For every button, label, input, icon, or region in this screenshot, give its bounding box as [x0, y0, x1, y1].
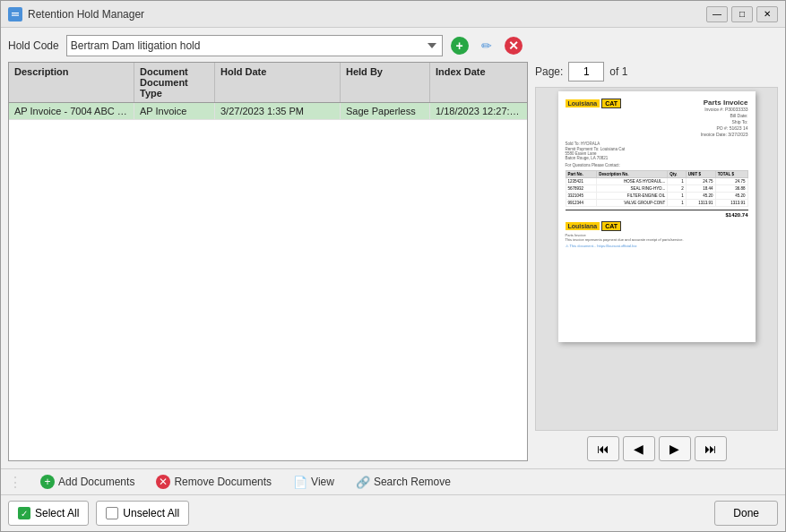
- close-button[interactable]: ✕: [756, 6, 778, 22]
- page-nav-top: Page: of 1: [535, 62, 778, 82]
- invoice-link: ⚠ This document... https://louiscat.offi…: [566, 244, 748, 248]
- page-label: Page:: [535, 65, 563, 78]
- toolbar-handle: ⋮: [8, 474, 22, 491]
- invoice-page: Louisiana CAT Parts Invoice Invoice #: P…: [558, 91, 756, 342]
- minimize-button[interactable]: —: [706, 6, 728, 22]
- logo-louisiana: Louisiana: [566, 99, 600, 107]
- col-header-description: Description: [9, 63, 134, 102]
- retention-hold-manager-window: Retention Hold Manager — □ ✕ Hold Code B…: [0, 0, 786, 532]
- next-page-icon: ▶: [669, 442, 679, 456]
- done-label: Done: [733, 507, 759, 519]
- invoice-footer-text: Parts Invoice This invoice represents pa…: [566, 233, 748, 242]
- table-header: Description DocumentDocument Type Hold D…: [9, 63, 527, 103]
- louisiana-cat-logo: Louisiana CAT: [566, 99, 622, 108]
- svg-rect-2: [12, 14, 19, 15]
- remove-documents-button[interactable]: ✕ Remove Documents: [152, 473, 275, 491]
- first-page-button[interactable]: ⏮: [587, 436, 619, 461]
- add-icon: +: [451, 37, 469, 55]
- cell-hold-date: 3/27/2023 1:35 PM: [215, 103, 341, 119]
- invoice-row: 9912344 VALVE GROUP-CONT 1 1313.91 1313.…: [566, 200, 747, 207]
- invoice-row: 1235421 HOSE AS HYDRAUL... 1 24.75 24.75: [566, 178, 747, 185]
- hold-code-label: Hold Code: [8, 39, 59, 52]
- col-header-document-type: DocumentDocument Type: [134, 63, 215, 102]
- panels: Description DocumentDocument Type Hold D…: [8, 62, 778, 461]
- prev-page-icon: ◀: [634, 442, 643, 456]
- invoice-total: $1420.74: [566, 210, 748, 218]
- footer: ✓ Select All Unselect All Done: [1, 494, 785, 531]
- logo-cat: CAT: [601, 99, 621, 108]
- search-remove-label: Search Remove: [374, 476, 451, 488]
- next-page-button[interactable]: ▶: [659, 436, 691, 461]
- unselect-all-label: Unselect All: [123, 507, 179, 519]
- select-all-button[interactable]: ✓ Select All: [8, 501, 89, 526]
- window-title: Retention Hold Manager: [28, 8, 706, 21]
- add-documents-button[interactable]: + Add Documents: [37, 473, 138, 491]
- invoice-table: Part No. Description No. Qty. UNIT $ TOT…: [566, 170, 748, 207]
- invoice-row: 5678932 SEAL RING-HYD... 2 18.44 36.88: [566, 185, 747, 193]
- delete-hold-button[interactable]: ✕: [504, 36, 523, 56]
- title-bar-controls: — □ ✕: [706, 6, 778, 22]
- invoice-row: 3321045 FILTER-ENGINE OIL 1 45.20 45.20: [566, 193, 747, 200]
- add-documents-icon: +: [40, 475, 55, 489]
- footer-logo-cat: CAT: [601, 221, 621, 231]
- last-page-icon: ⏭: [704, 442, 717, 456]
- select-all-label: Select All: [35, 507, 79, 519]
- th-qty: Qty.: [668, 171, 687, 178]
- last-page-button[interactable]: ⏭: [695, 436, 727, 461]
- col-header-index-date: Index Date: [430, 63, 527, 102]
- unselect-all-button[interactable]: Unselect All: [96, 501, 189, 526]
- select-all-checkbox: ✓: [18, 507, 30, 519]
- view-label: View: [311, 476, 334, 488]
- add-hold-button[interactable]: +: [450, 36, 470, 56]
- table-body: AP Invoice - 7004 ABC Eq... AP Invoice 3…: [9, 103, 527, 460]
- table-row[interactable]: AP Invoice - 7004 ABC Eq... AP Invoice 3…: [9, 103, 527, 120]
- footer-left: ✓ Select All Unselect All: [8, 501, 189, 526]
- invoice-title: Parts Invoice: [701, 99, 748, 107]
- invoice-info: Invoice #: P30033333 Bill Date: Ship To:…: [701, 107, 748, 138]
- unselect-all-checkbox: [106, 507, 118, 519]
- main-content: Hold Code Bertram Dam litigation hold + …: [1, 28, 785, 468]
- document-list-panel: Description DocumentDocument Type Hold D…: [8, 62, 528, 461]
- done-button[interactable]: Done: [714, 501, 778, 526]
- preview-panel: Page: of 1 Louisiana CAT: [535, 62, 778, 461]
- cell-index-date: 1/18/2023 12:27:29 PM: [430, 103, 527, 119]
- col-header-held-by: Held By: [341, 63, 430, 102]
- th-total: TOTAL $: [715, 171, 747, 178]
- document-preview: Louisiana CAT Parts Invoice Invoice #: P…: [535, 87, 778, 431]
- remit-info: Sold To: HYDRALA Remit Payment To: Louis…: [566, 142, 748, 160]
- maximize-icon: □: [739, 9, 745, 19]
- hold-code-row: Hold Code Bertram Dam litigation hold + …: [8, 35, 778, 56]
- edit-hold-button[interactable]: ✏: [477, 36, 497, 56]
- first-page-icon: ⏮: [597, 442, 609, 456]
- pencil-icon: ✏: [481, 39, 492, 53]
- title-bar: Retention Hold Manager — □ ✕: [1, 1, 785, 28]
- maximize-button[interactable]: □: [731, 6, 753, 22]
- close-icon: ✕: [764, 9, 771, 19]
- search-remove-icon: 🔗: [356, 476, 370, 489]
- page-nav-bottom: ⏮ ◀ ▶ ⏭: [535, 436, 778, 461]
- hold-code-select[interactable]: Bertram Dam litigation hold: [66, 35, 443, 56]
- th-desc: Description No.: [597, 171, 668, 178]
- invoice-footer-logo: Louisiana CAT: [566, 221, 748, 231]
- cell-held-by: Sage Paperless: [341, 103, 430, 119]
- footer-logo-la: Louisiana: [566, 222, 600, 230]
- svg-rect-0: [11, 10, 20, 19]
- prev-page-button[interactable]: ◀: [623, 436, 655, 461]
- remove-documents-icon: ✕: [156, 475, 170, 489]
- view-button[interactable]: 📄 View: [289, 473, 338, 491]
- cell-description: AP Invoice - 7004 ABC Eq...: [9, 103, 134, 119]
- bottom-toolbar: ⋮ + Add Documents ✕ Remove Documents 📄 V…: [1, 468, 785, 494]
- view-icon: 📄: [293, 475, 307, 489]
- remove-documents-label: Remove Documents: [174, 476, 272, 488]
- th-unit: UNIT $: [686, 171, 715, 178]
- page-number-input[interactable]: [568, 62, 604, 82]
- add-documents-label: Add Documents: [58, 476, 134, 488]
- svg-rect-1: [12, 13, 19, 13]
- col-header-hold-date: Hold Date: [215, 63, 341, 102]
- search-remove-button[interactable]: 🔗 Search Remove: [352, 474, 454, 491]
- contact-info: For Questions Please Contact:: [566, 163, 748, 167]
- minimize-icon: —: [713, 9, 721, 19]
- page-of-label: of 1: [609, 65, 627, 78]
- delete-icon: ✕: [505, 37, 523, 55]
- cell-document-type: AP Invoice: [134, 103, 215, 119]
